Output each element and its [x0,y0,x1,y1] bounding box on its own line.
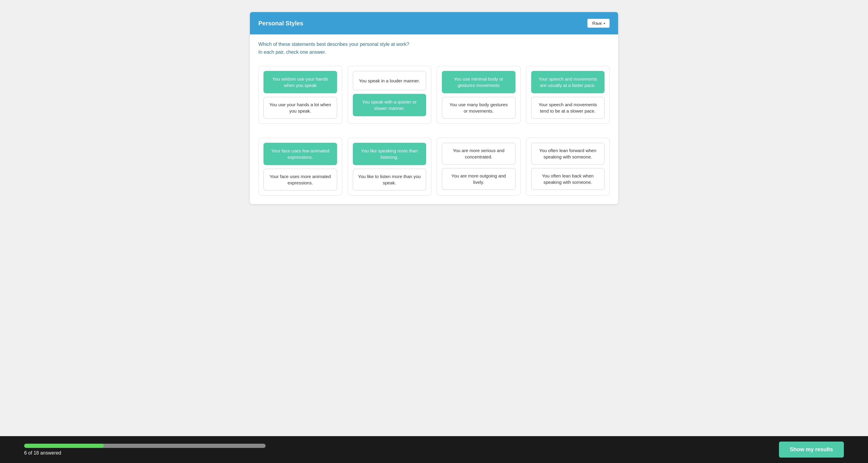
question-pair-q2: You speak in a louder manner.You speak w… [348,66,432,124]
bottom-bar: 6 of 18 answered Show my results [0,436,868,463]
progress-bar-track [24,444,266,448]
option-q8-1[interactable]: You often lean back when speaking with s… [531,168,605,190]
option-q2-0[interactable]: You speak in a louder manner. [353,71,427,90]
description-line1: Which of these statements best describes… [258,42,610,47]
option-q1-0[interactable]: You seldom use your hands when you speak [264,71,337,93]
progress-text: 6 of 18 answered [24,450,266,456]
language-label: Язык [592,21,602,26]
option-q4-1[interactable]: Your speech and movements tend to be at … [531,97,605,119]
question-pair-q4: Your speech and movements are usually at… [526,66,610,124]
language-button[interactable]: Язык ▾ [587,19,610,28]
option-q3-1[interactable]: You use many body gestures or movements. [442,97,516,119]
option-q5-0[interactable]: Your face uses few animated expressions. [264,143,337,165]
question-pair-q3: You use minimal body or gestures movemen… [437,66,521,124]
option-q6-0[interactable]: You like speaking more than listening. [353,143,427,165]
progress-section: 6 of 18 answered [24,444,266,456]
question-pair-q8: You often lean forward when speaking wit… [526,137,610,195]
option-q7-1[interactable]: You are more outgoing and lively. [442,168,516,190]
chevron-down-icon: ▾ [603,22,605,25]
option-q6-1[interactable]: You like to listen more than you speak. [353,169,427,190]
question-pair-q5: Your face uses few animated expressions.… [258,137,342,195]
option-q4-0[interactable]: Your speech and movements are usually at… [531,71,605,93]
option-q2-1[interactable]: You speak with a quieter or slower manne… [353,94,427,116]
header: Personal Styles Язык ▾ [250,12,618,34]
questions-row-2: Your face uses few animated expressions.… [250,132,618,204]
description-section: Which of these statements best describes… [250,34,618,60]
question-pair-q7: You are more serious and concentrated.Yo… [437,137,521,195]
progress-bar-fill [24,444,104,448]
description-line2: In each pair, check one answer. [258,50,610,55]
option-q5-1[interactable]: Your face uses more animated expressions… [264,169,337,190]
show-results-button[interactable]: Show my results [779,441,844,458]
question-pair-q6: You like speaking more than listening.Yo… [348,137,432,195]
option-q1-1[interactable]: You use your hands a lot when you speak. [264,97,337,119]
option-q3-0[interactable]: You use minimal body or gestures movemen… [442,71,516,93]
option-q7-0[interactable]: You are more serious and concentrated. [442,143,516,164]
question-pair-q1: You seldom use your hands when you speak… [258,66,342,124]
page-title: Personal Styles [258,20,303,27]
questions-row-1: You seldom use your hands when you speak… [250,60,618,132]
main-card: Personal Styles Язык ▾ Which of these st… [250,12,618,204]
option-q8-0[interactable]: You often lean forward when speaking wit… [531,143,605,164]
